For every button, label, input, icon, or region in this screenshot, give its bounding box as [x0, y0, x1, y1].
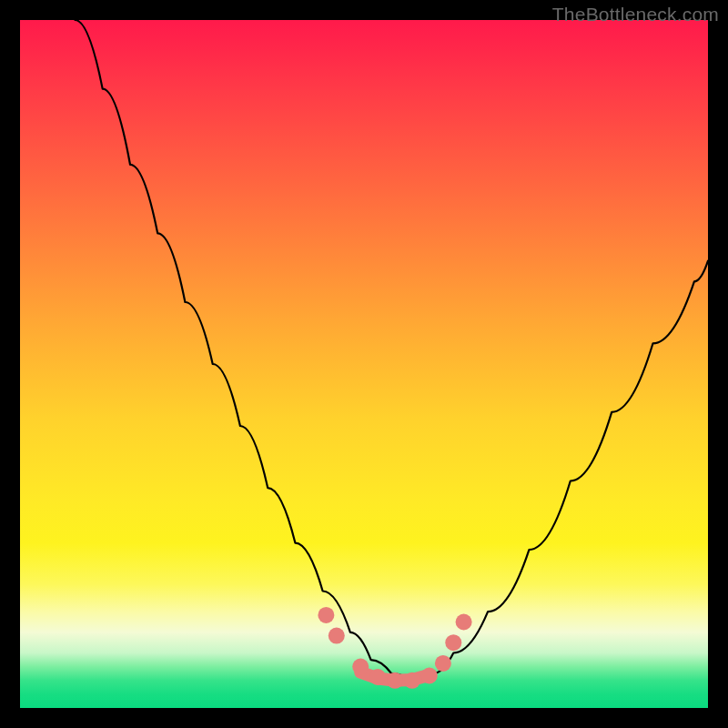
marker-dot: [318, 607, 334, 623]
marker-dot: [421, 668, 438, 684]
marker-dot: [435, 655, 451, 672]
marker-dot: [329, 628, 345, 644]
watermark-text: TheBottleneck.com: [552, 4, 719, 25]
bottleneck-curve: [20, 20, 708, 708]
marker-dot: [352, 659, 369, 675]
sweet-spot-markers: [318, 607, 471, 689]
marker-dot: [456, 614, 472, 631]
marker-dot: [445, 634, 461, 651]
marker-dot: [369, 669, 386, 685]
chart-frame: TheBottleneck.com: [0, 0, 728, 728]
marker-dot: [404, 672, 420, 689]
plot-area: [20, 20, 708, 708]
marker-dot: [387, 672, 403, 689]
